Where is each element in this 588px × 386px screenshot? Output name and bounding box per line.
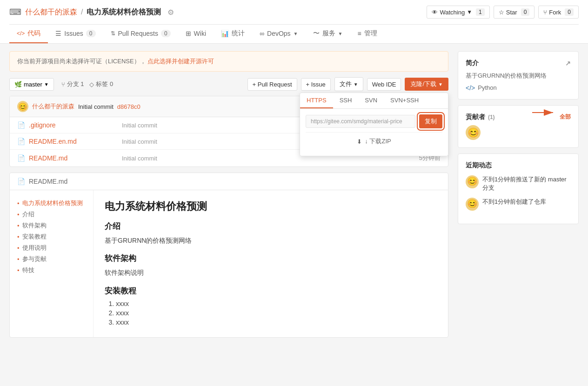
tab-devops[interactable]: ∞ DevOps ▼ — [252, 25, 305, 43]
copy-url-button[interactable]: 复制 — [419, 114, 442, 128]
tab-services[interactable]: 〜 服务 ▼ — [306, 25, 350, 43]
all-contributors-link[interactable]: 全部 — [560, 113, 571, 121]
tab-manage[interactable]: ≡ 管理 — [350, 25, 384, 43]
branches-link[interactable]: ⑂ 分支 1 — [61, 80, 84, 88]
tab-wiki[interactable]: ⊞ Wiki — [178, 25, 214, 43]
pull-request-button[interactable]: + Pull Request — [247, 78, 297, 91]
branch-selector[interactable]: 🌿 master ▼ — [9, 78, 54, 91]
repo-toolbar: 🌿 master ▼ ⑂ 分支 1 ◇ 标签 0 + Pull Request … — [9, 77, 448, 91]
tab-issues[interactable]: ☰ Issues 0 — [48, 25, 103, 43]
content-area: 你当前开源项目尚未选择许可证（LICENSE）， 点此选择并创建开源许可 🌿 m… — [9, 51, 448, 366]
tab-stats[interactable]: 📊 统计 — [214, 25, 252, 43]
tab-pulls[interactable]: ⇅ Pull Requests 0 — [103, 25, 178, 43]
readme-section-intro: 介绍 — [105, 221, 437, 232]
commit-author-avatar: 😊 — [17, 101, 28, 112]
contributor-avatars: 😊 — [466, 125, 571, 140]
readme-content: 电力系统材料价格预测 介绍 基于GRURNN的价格预测网络 软件架构 软件架构说… — [94, 190, 448, 337]
readme-header: 📄 README.md — [10, 173, 448, 190]
activity-avatar: 😊 — [466, 198, 479, 211]
activity-item: 😊 不到1分钟前创建了仓库 — [466, 198, 571, 211]
eye-icon: 👁 — [432, 9, 438, 16]
download-zip-button[interactable]: ⬇ ↓ 下载ZIP — [306, 132, 442, 150]
repo-name-link[interactable]: 电力系统材料价格预测 — [87, 7, 161, 17]
web-ide-button[interactable]: Web IDE — [367, 78, 401, 91]
nav-tabs: </> 代码 ☰ Issues 0 ⇅ Pull Requests 0 ⊞ Wi… — [9, 24, 579, 43]
sidebar-contributors: 贡献者 (1) 全部 😊 — [458, 105, 579, 148]
code-icon: </> — [17, 30, 25, 37]
branches-icon: ⑂ — [61, 81, 65, 88]
watching-button[interactable]: 👁 Watching ▼ 1 — [427, 6, 489, 19]
clone-dropdown-panel: HTTPS SSH SVN SVN+SSH 复制 ⬇ — [300, 93, 448, 156]
commit-author[interactable]: 什么都干的派森 — [32, 102, 74, 111]
license-link[interactable]: 点此选择并创建开源许可 — [147, 58, 214, 65]
clone-tab-ssh[interactable]: SSH — [333, 93, 359, 108]
stats-icon: 📊 — [221, 30, 229, 37]
devops-icon: ∞ — [260, 30, 264, 37]
file-name-link[interactable]: .gitignore — [29, 121, 122, 129]
fork-button[interactable]: ⑂ Fork 0 — [538, 6, 579, 19]
services-icon: 〜 — [313, 29, 320, 38]
activity-item: 😊 不到1分钟前推送了新的 master 分支 — [466, 175, 571, 192]
activity-avatar: 😊 — [466, 175, 479, 188]
toc-item[interactable]: 安装教程 — [17, 231, 86, 242]
clone-tab-https[interactable]: HTTPS — [300, 93, 333, 108]
readme-arch-text: 软件架构说明 — [105, 267, 437, 278]
readme-section-install: 安装教程 — [105, 286, 437, 296]
clone-tab-svn[interactable]: SVN — [358, 93, 384, 108]
readme-section-arch: 软件架构 — [105, 253, 437, 264]
readme-install-list: xxxx xxxx xxxx — [105, 300, 437, 326]
commit-message: Initial commit — [78, 103, 114, 110]
toc-item[interactable]: 特技 — [17, 265, 86, 276]
code-icon: </> — [466, 84, 475, 92]
header-actions: 👁 Watching ▼ 1 ☆ Star 0 ⑂ Fork 0 — [427, 6, 579, 19]
owner-link[interactable]: 什么都干的派森 — [25, 7, 77, 17]
file-name-link[interactable]: README.en.md — [29, 138, 122, 145]
list-item: xxxx — [116, 309, 437, 317]
clone-tab-svnplus[interactable]: SVN+SSH — [384, 93, 425, 108]
activity-title: 近期动态 — [466, 161, 571, 170]
readme-body: 电力系统材料价格预测 介绍 软件架构 安装教程 使用说明 参与贡献 特技 电力系… — [10, 190, 448, 337]
commit-hash[interactable]: d8678c0 — [117, 103, 140, 110]
activity-text: 不到1分钟前创建了仓库 — [482, 198, 546, 206]
download-icon: ⬇ — [357, 138, 362, 145]
lang-label: Python — [478, 84, 496, 91]
sidebar-intro: 简介 ↗ 基于GRURNN的价格预测网络 </> Python — [458, 51, 579, 100]
star-icon: ☆ — [499, 9, 504, 16]
external-link-icon[interactable]: ↗ — [565, 60, 571, 67]
branch-icon: 🌿 — [14, 81, 22, 88]
file-icon: 📄 — [17, 138, 25, 145]
clone-url-row: 复制 — [306, 114, 442, 128]
sidebar-activity: 近期动态 😊 不到1分钟前推送了新的 master 分支 😊 不到1分钟前创建了… — [458, 153, 579, 224]
toc-item[interactable]: 软件架构 — [17, 220, 86, 231]
language-tag: </> Python — [466, 84, 571, 92]
sidebar-intro-desc: 基于GRURNN的价格预测网络 — [466, 71, 571, 80]
sidebar-intro-title: 简介 ↗ — [466, 59, 571, 67]
readme-filename: README.md — [29, 178, 67, 185]
clone-download-button[interactable]: 克隆/下载 ▼ — [405, 78, 448, 91]
fork-icon: ⑂ — [543, 9, 547, 16]
file-icon: 📄 — [17, 121, 25, 129]
settings-icon[interactable]: ⚙ — [167, 8, 174, 17]
clone-dropdown-wrapper: 克隆/下载 ▼ HTTPS SSH SVN SVN+SSH — [405, 78, 448, 91]
arrow-indicator — [532, 106, 560, 121]
tab-code[interactable]: </> 代码 — [9, 25, 48, 43]
notice-bar: 你当前开源项目尚未选择许可证（LICENSE）， 点此选择并创建开源许可 — [9, 51, 448, 72]
readme-title: 电力系统材料价格预测 — [105, 200, 437, 213]
toc-item[interactable]: 使用说明 — [17, 242, 86, 253]
repo-icon: ⌨ — [9, 7, 21, 17]
readme-section: 📄 README.md 电力系统材料价格预测 介绍 软件架构 安装教程 使用说明… — [9, 173, 448, 338]
toc-item[interactable]: 介绍 — [17, 209, 86, 220]
toc-item[interactable]: 参与贡献 — [17, 253, 86, 265]
clone-url-input[interactable] — [306, 115, 415, 128]
tags-link[interactable]: ◇ 标签 0 — [89, 80, 113, 88]
issue-button[interactable]: + Issue — [301, 78, 331, 91]
contributor-avatar: 😊 — [466, 125, 481, 140]
toc-item[interactable]: 电力系统材料价格预测 — [17, 198, 86, 209]
readme-toc: 电力系统材料价格预测 介绍 软件架构 安装教程 使用说明 参与贡献 特技 — [10, 190, 94, 337]
pulls-icon: ⇅ — [111, 30, 115, 37]
star-button[interactable]: ☆ Star 0 — [494, 6, 535, 19]
file-button[interactable]: 文件 ▼ — [334, 77, 363, 91]
list-item: xxxx — [116, 319, 437, 326]
repo-title: ⌨ 什么都干的派森 / 电力系统材料价格预测 ⚙ — [9, 7, 174, 17]
file-name-link[interactable]: README.md — [29, 154, 122, 162]
